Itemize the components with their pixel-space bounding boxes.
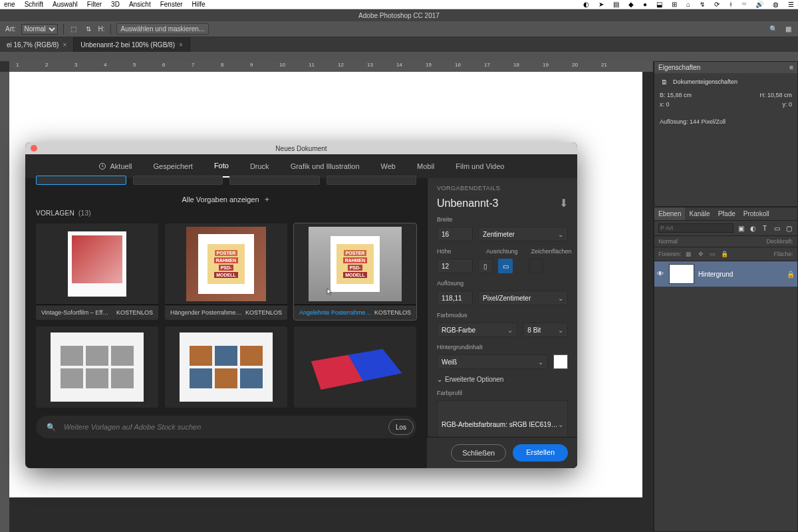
background-select[interactable]: Weiß⌄ — [437, 354, 548, 369]
preset-card[interactable] — [327, 176, 417, 185]
search-icon[interactable]: 🔍 — [769, 25, 778, 34]
bitdepth-select[interactable]: 8 Bit⌄ — [523, 323, 568, 337]
close-icon[interactable]: × — [179, 41, 183, 49]
bluetooth-icon: ᚼ — [729, 1, 733, 8]
nav-photo[interactable]: Foto — [213, 155, 230, 178]
details-heading: VORGABENDETAILS — [437, 185, 568, 192]
panel-menu-icon[interactable]: ≡ — [789, 64, 793, 71]
mac-menu-item[interactable]: Fenster — [160, 1, 183, 8]
doc-y: y: 0 — [782, 101, 792, 108]
lock-all-icon[interactable]: 🔒 — [720, 249, 730, 259]
resolution-label: Auflösung — [437, 280, 568, 287]
dialog-footer: Schließen Erstellen — [427, 437, 577, 468]
nav-recent[interactable]: Aktuell — [97, 156, 134, 177]
mac-menu-item[interactable]: ene — [4, 1, 15, 8]
close-window-button[interactable] — [31, 145, 37, 152]
layers-tab[interactable]: Protokoll — [739, 207, 773, 220]
template-card[interactable] — [36, 327, 158, 408]
swap-icon[interactable]: ⇅ — [84, 25, 93, 34]
macos-menubar: eneSchriftAuswahlFilter3DAnsichtFensterH… — [0, 0, 798, 9]
mac-menu-item[interactable]: Auswahl — [53, 1, 78, 8]
lock-artboard-icon[interactable]: ▭ — [708, 249, 718, 259]
workspace-switcher-icon[interactable]: ▦ — [783, 25, 793, 34]
create-button[interactable]: Erstellen — [513, 444, 568, 462]
orientation-portrait-button[interactable]: ▯ — [478, 259, 493, 273]
layer-filter-input[interactable] — [658, 223, 733, 233]
lock-pixels-icon[interactable]: ▦ — [684, 249, 694, 259]
orientation-landscape-button[interactable]: ▭ — [498, 259, 513, 273]
mac-menu-item[interactable]: Schrift — [25, 1, 43, 8]
chevron-down-icon: ⌄ — [437, 376, 442, 383]
template-card[interactable] — [294, 327, 416, 408]
nav-mobile[interactable]: Mobil — [416, 156, 436, 177]
filter-adjust-icon[interactable]: ◐ — [748, 223, 757, 233]
nav-print[interactable]: Druck — [249, 156, 271, 177]
nav-saved[interactable]: Gespeichert — [152, 156, 194, 177]
preset-card[interactable] — [133, 176, 223, 185]
art-label: Art: — [5, 25, 16, 33]
preset-card[interactable] — [36, 176, 126, 185]
lock-icon: 🔒 — [787, 271, 795, 278]
ruler-vertical — [0, 72, 9, 532]
width-input[interactable]: 16 — [437, 227, 473, 241]
search-go-button[interactable]: Los — [388, 419, 414, 435]
filter-shape-icon[interactable]: ▭ — [772, 223, 781, 233]
visibility-toggle-icon[interactable]: 👁 — [657, 270, 665, 278]
filter-images-icon[interactable]: ▣ — [736, 223, 745, 233]
show-all-presets[interactable]: Alle Vorgaben anzeigen ＋ — [25, 185, 427, 209]
document-icon: 🗎 — [660, 77, 669, 86]
document-tab[interactable]: ei 16,7% (RGB/8)× — [0, 37, 74, 52]
height-input[interactable]: 12 — [437, 259, 473, 273]
artboards-checkbox[interactable] — [529, 259, 543, 273]
volume-icon: 🔊 — [755, 1, 763, 8]
nav-web[interactable]: Web — [380, 156, 397, 177]
background-swatch[interactable] — [553, 354, 568, 369]
lock-position-icon[interactable]: ✥ — [696, 249, 706, 259]
preset-details-panel: VORGABENDETAILS Unbenannt-3 ⬇︎ Breite 16… — [427, 178, 577, 468]
nav-film[interactable]: Film und Video — [454, 156, 505, 177]
layers-tab[interactable]: Kanäle — [685, 207, 714, 220]
blend-mode-select[interactable]: Normal — [21, 24, 58, 35]
document-name[interactable]: Unbenannt-3 — [437, 198, 499, 209]
mac-menu-item[interactable]: Ansicht — [129, 1, 151, 8]
template-card[interactable]: Vintage-Sofortfilm – Eff…KOSTENLOS — [36, 223, 158, 320]
close-button[interactable]: Schließen — [451, 444, 506, 462]
advanced-options-toggle[interactable]: ⌄Erweiterte Optionen — [437, 376, 568, 383]
filter-type-icon[interactable]: T — [760, 223, 769, 233]
close-icon[interactable]: × — [63, 41, 66, 49]
document-tab[interactable]: Unbenannt-2 bei 100% (RGB/8)× — [74, 37, 190, 52]
layers-tab[interactable]: Pfade — [714, 207, 739, 220]
mac-menu-item[interactable]: Filter — [87, 1, 102, 8]
layer-row-background[interactable]: 👁 Hintergrund 🔒 — [654, 261, 797, 287]
wifi-icon: ⌔ — [742, 1, 746, 8]
blend-mode[interactable]: Normal — [658, 238, 678, 245]
width-unit-select[interactable]: Zentimeter⌄ — [478, 227, 568, 241]
filter-smart-icon[interactable]: ▢ — [784, 223, 793, 233]
template-card[interactable]: POSTERRAHMENPSD-MODELL Hängender Posterr… — [165, 223, 287, 320]
spotlight-icon[interactable]: ☰ — [788, 1, 794, 8]
resolution-input[interactable]: 118,11 — [437, 291, 473, 305]
save-preset-icon[interactable]: ⬇︎ — [559, 197, 568, 209]
template-card[interactable]: POSTERRAHMENPSD-MODELL Angelehnte Poster… — [294, 223, 416, 320]
select-and-mask-button[interactable]: Auswählen und maskieren... — [116, 23, 209, 35]
colormode-select[interactable]: RGB-Farbe⌄ — [437, 323, 517, 337]
preset-card[interactable] — [229, 176, 320, 185]
mac-menu-item[interactable]: 3D — [111, 1, 120, 8]
mac-menu-item[interactable]: Hilfe — [192, 1, 205, 8]
nav-illustration[interactable]: Grafik und Illustration — [289, 156, 361, 177]
template-card[interactable] — [165, 327, 287, 408]
status-icon: ⌂ — [686, 1, 690, 8]
brush-icon[interactable]: ⬚ — [69, 25, 78, 34]
stock-search-input[interactable] — [63, 422, 382, 432]
layer-name[interactable]: Hintergrund — [698, 271, 733, 278]
width-label: Breite — [437, 216, 568, 223]
status-icon: ◐ — [583, 1, 589, 8]
layers-tab[interactable]: Ebenen — [654, 207, 685, 220]
dialog-title: Neues Dokument — [275, 145, 327, 152]
status-icon: ⬓ — [656, 1, 662, 8]
status-icon: ◆ — [628, 1, 634, 8]
resolution-unit-select[interactable]: Pixel/Zentimeter⌄ — [478, 291, 568, 305]
status-icon: ↯ — [700, 1, 705, 8]
status-icon: ▤ — [613, 1, 619, 8]
document-tabs: ei 16,7% (RGB/8)×Unbenannt-2 bei 100% (R… — [0, 37, 798, 52]
